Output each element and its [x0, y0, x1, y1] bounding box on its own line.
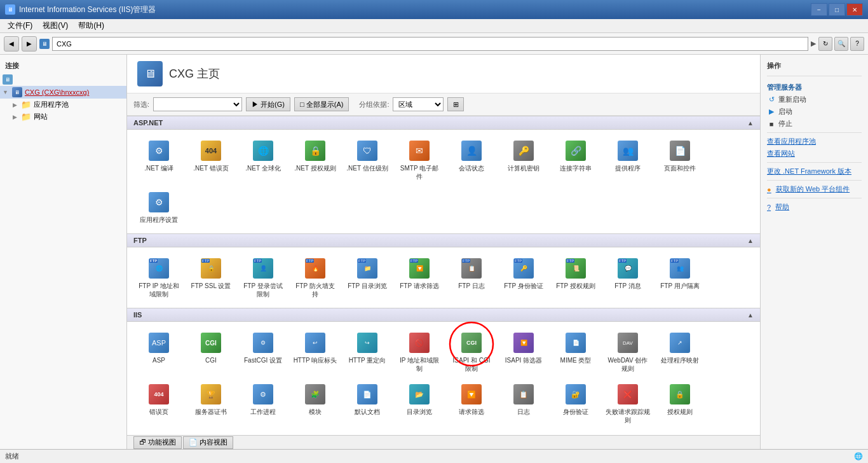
- ftp-msg-img: FTP 💬: [616, 257, 639, 280]
- icon-ftp-log[interactable]: FTP 📋 FTP 日志: [446, 252, 497, 303]
- show-all-button[interactable]: □ 全部显示(A): [294, 97, 349, 111]
- icon-default-doc[interactable]: 📄 默认文档: [342, 378, 393, 429]
- icon-ftp-req[interactable]: FTP 🔽 FTP 请求筛选: [394, 252, 445, 303]
- ftp-login-label: FTP 登录尝试限制: [241, 282, 285, 298]
- right-link-view-sites[interactable]: 查看网站: [761, 148, 868, 160]
- start-button[interactable]: ▶ 开始(G): [246, 97, 290, 111]
- section-aspnet-collapse[interactable]: ▲: [747, 120, 754, 127]
- icon-fastcgi[interactable]: ⚙ FastCGI 设置: [238, 327, 288, 377]
- right-action-start[interactable]: ▶ 启动: [761, 106, 868, 118]
- icon-session[interactable]: 👤 会话状态: [446, 135, 497, 185]
- net-error-label: .NET 错误页: [193, 164, 228, 172]
- icon-auth2[interactable]: 🔐 身份验证: [550, 378, 601, 429]
- icon-ftp-dir[interactable]: FTP 📁 FTP 目录浏览: [342, 252, 393, 303]
- icon-compress[interactable]: 🗜 压缩: [186, 430, 236, 435]
- icon-req-filter[interactable]: 🔽 请求筛选: [446, 378, 497, 429]
- sidebar-root-label: CXG (CXG\hnxxcxg): [25, 88, 89, 96]
- error-page-img: 404: [147, 383, 170, 406]
- right-action-restart[interactable]: ↺ 重新启动: [761, 93, 868, 106]
- icon-net-trust[interactable]: 🛡 .NET 信任级别: [342, 135, 393, 185]
- view-apppool-label: 查看应用程序池: [767, 137, 816, 146]
- menu-view[interactable]: 视图(V): [37, 19, 73, 32]
- menu-help[interactable]: 帮助(H): [73, 19, 109, 32]
- sidebar-item-apppool[interactable]: ▶ 📁 应用程序池: [0, 99, 126, 111]
- address-input[interactable]: [52, 37, 808, 51]
- back-button[interactable]: ◀: [4, 36, 19, 52]
- search-icon[interactable]: 🔍: [834, 37, 848, 51]
- filter-select[interactable]: [153, 97, 242, 111]
- icon-ftp-auth[interactable]: FTP 🔑 FTP 身份验证: [498, 252, 549, 303]
- section-ftp-collapse[interactable]: ▲: [747, 237, 754, 244]
- asp-label: ASP: [153, 356, 165, 364]
- right-link-change-net[interactable]: 更改 .NET Framework 版本: [761, 165, 868, 177]
- icon-net-error[interactable]: 404 .NET 错误页: [186, 135, 236, 185]
- view-icon-button[interactable]: ⊞: [447, 97, 464, 111]
- right-link-view-apppool[interactable]: 查看应用程序池: [761, 135, 868, 148]
- icon-ip-domain[interactable]: 🚫 IP 地址和域限制: [394, 327, 445, 377]
- sidebar-item-sites[interactable]: ▶ 📁 网站: [0, 111, 126, 123]
- icon-error-page[interactable]: 404 错误页: [133, 378, 184, 429]
- icon-isapi-cgi[interactable]: CGI ISAPI 和 CGI 限制: [446, 327, 497, 377]
- appsettings-icon: ⚙: [149, 192, 169, 212]
- minimize-button[interactable]: −: [811, 3, 827, 16]
- icon-net-auth[interactable]: 🔒 .NET 授权规则: [290, 135, 341, 185]
- net-auth-img: 🔒: [304, 139, 327, 162]
- session-label: 会话状态: [459, 164, 484, 172]
- icon-appsettings[interactable]: ⚙ 应用程序设置: [133, 186, 184, 228]
- icon-net-global[interactable]: 🌐 .NET 全球化: [238, 135, 288, 185]
- refresh-icon[interactable]: ↻: [818, 37, 832, 51]
- function-view-button[interactable]: 🗗 功能视图: [133, 436, 182, 449]
- sidebar-sites-label: 网站: [34, 112, 48, 121]
- icon-fail-req[interactable]: ❌ 失败请求跟踪规则: [602, 378, 653, 429]
- icon-handler[interactable]: ↗ 处理程序映射: [654, 327, 705, 377]
- icon-providers[interactable]: 👥 提供程序: [602, 135, 653, 185]
- group-select[interactable]: 区域: [393, 97, 444, 111]
- icon-smtp[interactable]: ✉ SMTP 电子邮件: [394, 135, 445, 185]
- content-view-button[interactable]: 📄 内容视图: [183, 436, 233, 449]
- icon-dir-browse[interactable]: 📂 目录浏览: [394, 378, 445, 429]
- icon-connstr[interactable]: 🔗 连接字符串: [550, 135, 601, 185]
- icon-asp[interactable]: ASP ASP: [133, 327, 184, 377]
- main-content-scroll: ASP.NET ▲ ⚙ .NET 编译 404 .NET 错误页: [127, 116, 760, 435]
- net-global-icon: 🌐: [253, 141, 273, 161]
- icon-ftp-ssl[interactable]: FTP 🔒 FTP SSL 设置: [186, 252, 236, 303]
- icon-net-compile[interactable]: ⚙ .NET 编译: [133, 135, 184, 185]
- icon-webdav[interactable]: DAV WebDAV 创作规则: [602, 327, 653, 377]
- net-compile-label: .NET 编译: [144, 164, 173, 172]
- right-panel-separator-2: [767, 132, 862, 133]
- icon-ftp-msg[interactable]: FTP 💬 FTP 消息: [602, 252, 653, 303]
- icon-cgi[interactable]: CGI CGI: [186, 327, 236, 377]
- icon-cert[interactable]: 🏆 服务器证书: [186, 378, 236, 429]
- icon-pagecontrols[interactable]: 📄 页面和控件: [654, 135, 705, 185]
- section-aspnet-label: ASP.NET: [133, 119, 163, 127]
- right-action-stop[interactable]: ■ 停止: [761, 118, 868, 130]
- icon-machinekey[interactable]: 🔑 计算机密钥: [498, 135, 549, 185]
- right-link-get-web[interactable]: ● 获取新的 Web 平台组件: [761, 183, 868, 195]
- icon-mime[interactable]: 📄 MIME 类型: [550, 327, 601, 377]
- close-button[interactable]: ✕: [846, 3, 863, 16]
- help-icon[interactable]: ?: [850, 37, 864, 51]
- icon-output-cache[interactable]: 💾 输出缓存: [133, 430, 184, 435]
- menu-file[interactable]: 文件(F): [3, 19, 37, 32]
- webdav-img: DAV: [616, 331, 639, 354]
- icon-ftp-perm[interactable]: FTP 📜 FTP 授权规则: [550, 252, 601, 303]
- icon-perm2[interactable]: 🔒 授权规则: [654, 378, 705, 429]
- section-iis-collapse[interactable]: ▲: [747, 312, 754, 319]
- sidebar-item-root[interactable]: ▼ 🖥 CXG (CXG\hnxxcxg): [0, 86, 126, 99]
- icon-module[interactable]: 🧩 模块: [290, 378, 341, 429]
- cert-img: 🏆: [200, 383, 222, 406]
- icon-ftp-user[interactable]: FTP 👥 FTP 用户隔离: [654, 252, 705, 303]
- icon-ftp-ip[interactable]: FTP 🌐 FTP IP 地址和域限制: [133, 252, 184, 303]
- icon-log[interactable]: 📋 日志: [498, 378, 549, 429]
- icon-http-redir[interactable]: ↪ HTTP 重定向: [342, 327, 393, 377]
- icon-ftp-login[interactable]: FTP 👤 FTP 登录尝试限制: [238, 252, 288, 303]
- net-global-label: .NET 全球化: [245, 164, 280, 172]
- icon-worker[interactable]: ⚙ 工作进程: [238, 378, 288, 429]
- right-link-help[interactable]: ? 帮助: [761, 201, 868, 213]
- icon-http-resp[interactable]: ↩ HTTP 响应标头: [290, 327, 341, 377]
- icon-isapi-filter[interactable]: 🔽 ISAPI 筛选器: [498, 327, 549, 377]
- forward-button[interactable]: ▶: [22, 36, 37, 52]
- maximize-button[interactable]: □: [829, 3, 845, 16]
- icon-ftp-firewall[interactable]: FTP 🔥 FTP 防火墙支持: [290, 252, 341, 303]
- sidebar-title: 连接: [0, 59, 126, 73]
